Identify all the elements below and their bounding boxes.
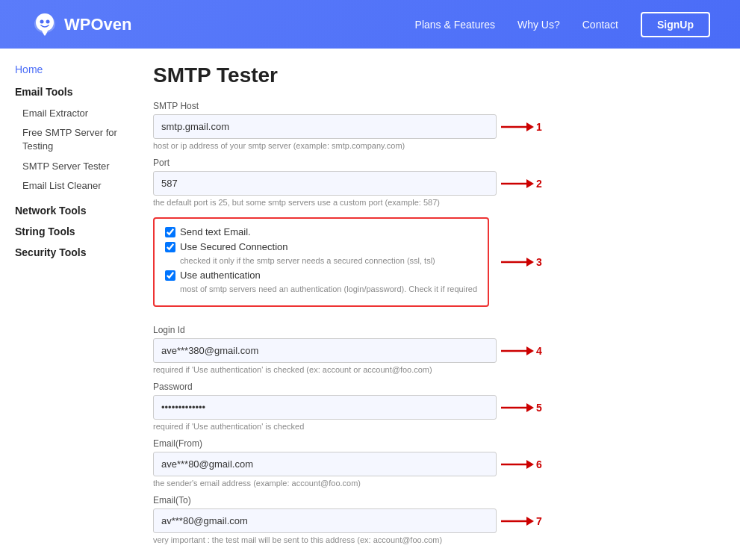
checkbox-section: Send text Email. Use Secured Connection …: [153, 217, 489, 307]
secured-hint: checked it only if the smtp server needs…: [180, 256, 477, 265]
arrow-4-icon: [501, 345, 534, 357]
nav-contact[interactable]: Contact: [582, 19, 618, 31]
sidebar: Home Email Tools Email Extractor Free SM…: [0, 63, 138, 560]
arrow-3-icon: [501, 256, 534, 268]
sidebar-item-email-list-cleaner[interactable]: Email List Cleaner: [15, 176, 123, 196]
port-input[interactable]: [153, 171, 497, 196]
ann-num-3: 3: [536, 256, 542, 268]
password-hint: required if 'Use authentication' is chec…: [153, 422, 718, 431]
test-button-row: Test SMTP Server 8: [153, 556, 718, 560]
use-auth-label: Use authentication: [180, 270, 261, 281]
password-label: Password: [153, 382, 718, 392]
smtp-host-hint: host or ip address of your smtp server (…: [153, 141, 718, 150]
port-label: Port: [153, 158, 718, 168]
email-from-input[interactable]: [153, 452, 497, 476]
sidebar-section-security-tools: Security Tools: [15, 246, 123, 258]
header: WPOven Plans & Features Why Us? Contact …: [0, 0, 740, 49]
logo-icon: [30, 10, 60, 39]
email-from-row: 6: [153, 452, 571, 476]
ann-num-2: 2: [536, 178, 542, 190]
sidebar-section-email-tools: Email Tools: [15, 86, 123, 98]
annotation-5: 5: [501, 402, 542, 414]
email-from-hint: the sender's email address (example: acc…: [153, 479, 718, 488]
logo: WPOven: [30, 10, 131, 39]
svg-marker-4: [526, 122, 534, 131]
svg-marker-16: [526, 517, 534, 526]
svg-marker-12: [526, 403, 534, 412]
arrow-1-icon: [501, 121, 534, 133]
login-id-row: 4: [153, 338, 571, 363]
use-auth-checkbox[interactable]: [165, 270, 175, 281]
sidebar-item-free-smtp[interactable]: Free SMTP Server for Testing: [15, 123, 123, 156]
nav-plans-features[interactable]: Plans & Features: [415, 19, 495, 31]
annotation-4: 4: [501, 345, 542, 357]
annotation-1: 1: [501, 121, 542, 133]
login-id-label: Login Id: [153, 325, 718, 335]
checkbox-section-row: Send text Email. Use Secured Connection …: [153, 207, 718, 317]
secured-connection-label: Use Secured Connection: [180, 241, 288, 252]
use-auth-row: Use authentication: [165, 270, 477, 281]
svg-marker-8: [526, 258, 534, 267]
secured-connection-row: Use Secured Connection: [165, 241, 477, 252]
secured-connection-checkbox[interactable]: [165, 242, 175, 252]
signup-button[interactable]: SignUp: [641, 12, 710, 37]
send-text-row: Send text Email.: [165, 226, 477, 237]
port-row: 2: [153, 171, 571, 196]
arrow-5-icon: [501, 402, 534, 414]
sidebar-section-network-tools: Network Tools: [15, 205, 123, 217]
ann-num-7: 7: [536, 515, 542, 527]
email-to-hint: very important : the test mail will be s…: [153, 535, 718, 544]
smtp-host-input[interactable]: [153, 114, 497, 139]
main-nav: Plans & Features Why Us? Contact SignUp: [415, 12, 710, 37]
email-to-label: Email(To): [153, 495, 718, 505]
annotation-2: 2: [501, 178, 542, 190]
password-input[interactable]: [153, 395, 497, 420]
arrow-6-icon: [501, 458, 534, 470]
svg-point-2: [46, 19, 50, 23]
nav-why-us[interactable]: Why Us?: [517, 19, 560, 31]
ann-num-1: 1: [536, 121, 542, 133]
svg-marker-10: [526, 346, 534, 355]
email-to-row: 7: [153, 508, 571, 533]
ann-num-5: 5: [536, 402, 542, 414]
smtp-host-row: 1: [153, 114, 571, 139]
annotation-3: 3: [501, 256, 542, 268]
sidebar-home[interactable]: Home: [15, 63, 123, 75]
sidebar-item-email-extractor[interactable]: Email Extractor: [15, 104, 123, 123]
ann-num-6: 6: [536, 458, 542, 470]
send-text-label: Send text Email.: [180, 226, 251, 237]
arrow-2-icon: [501, 178, 534, 190]
smtp-host-label: SMTP Host: [153, 101, 718, 111]
page-container: Home Email Tools Email Extractor Free SM…: [0, 49, 740, 560]
sidebar-section-string-tools: String Tools: [15, 225, 123, 237]
svg-marker-6: [526, 179, 534, 188]
email-to-input[interactable]: [153, 508, 497, 533]
login-id-hint: required if 'Use authentication' is chec…: [153, 365, 718, 374]
annotation-6: 6: [501, 458, 542, 470]
ann-num-4: 4: [536, 345, 542, 357]
main-content: SMTP Tester SMTP Host 1 host or ip addre…: [138, 63, 740, 560]
svg-marker-14: [526, 460, 534, 469]
password-row: 5: [153, 395, 571, 420]
arrow-7-icon: [501, 515, 534, 527]
email-from-label: Email(From): [153, 438, 718, 449]
logo-text: WPOven: [64, 15, 131, 34]
page-title: SMTP Tester: [153, 63, 718, 87]
login-id-input[interactable]: [153, 338, 497, 363]
svg-point-1: [40, 19, 44, 23]
send-text-checkbox[interactable]: [165, 227, 175, 237]
annotation-7: 7: [501, 515, 542, 527]
sidebar-item-smtp-tester[interactable]: SMTP Server Tester: [15, 157, 123, 176]
port-hint: the default port is 25, but some smtp se…: [153, 198, 718, 207]
auth-hint: most of smtp servers need an authenticat…: [180, 284, 477, 293]
